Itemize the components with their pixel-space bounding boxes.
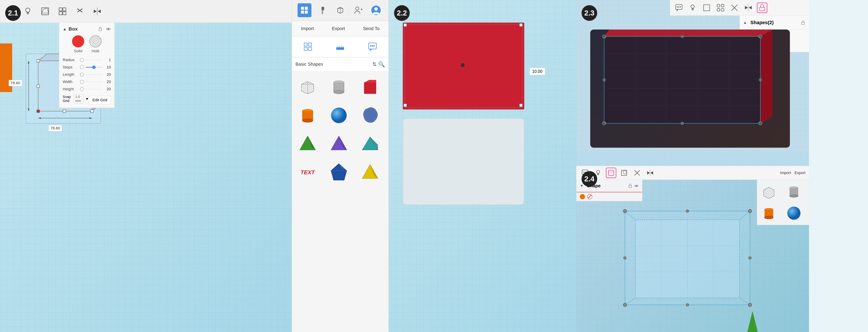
color-orange-24[interactable] <box>580 194 585 199</box>
export-btn[interactable]: Export <box>327 24 350 33</box>
hole-option[interactable]: Hole <box>89 35 101 53</box>
svg-point-178 <box>787 207 801 220</box>
align-icon-23[interactable] <box>729 3 740 13</box>
shape-blob-item[interactable] <box>356 101 384 129</box>
svg-rect-60 <box>309 47 312 50</box>
radius-value: 1 <box>104 58 111 62</box>
shape-teal-wedge-item[interactable] <box>356 130 384 158</box>
svg-marker-96 <box>331 164 347 180</box>
lightbulb-icon-21[interactable] <box>23 6 33 17</box>
edit-grid-btn[interactable]: Edit Grid <box>89 96 111 104</box>
group-icon-21[interactable] <box>57 6 68 17</box>
mini-sphere[interactable] <box>783 203 804 223</box>
panel-22-canvas: 2.2 10.00 <box>389 0 576 332</box>
svg-rect-103 <box>519 24 523 27</box>
avatar-icon[interactable] <box>369 3 383 17</box>
lock-icon-24 <box>628 184 632 188</box>
svg-rect-48 <box>322 10 323 14</box>
visibility-icon[interactable] <box>106 26 111 32</box>
svg-rect-158 <box>597 175 599 175</box>
snap-value[interactable]: 1.0 mm <box>73 94 84 103</box>
group-icon-24[interactable] <box>619 168 629 178</box>
mini-cyl-orange[interactable] <box>758 203 779 223</box>
shape-text-item[interactable]: TEXT <box>294 158 321 186</box>
panel24-actions: Import Export <box>780 171 806 175</box>
svg-rect-11 <box>63 8 66 11</box>
width-circle <box>80 80 84 84</box>
hammer-icon[interactable] <box>315 3 329 17</box>
lib-category-row: Basic Shapes ⇅ 🔍 <box>292 57 389 71</box>
panel24-toolbar: Import Export <box>576 166 809 180</box>
shape-sphere-item[interactable] <box>325 101 353 129</box>
props-icons <box>98 26 111 32</box>
height-label: Height <box>63 87 80 91</box>
hole-label: Hole <box>92 49 99 53</box>
svg-rect-123 <box>721 8 724 11</box>
length-label: Length <box>63 72 80 77</box>
height-circle <box>80 87 84 91</box>
shape-options: Solid Hole <box>63 35 111 53</box>
export-btn-24[interactable]: Export <box>795 171 806 175</box>
shape-icon-23[interactable] <box>701 3 712 13</box>
comment-sub-icon[interactable] <box>365 40 379 54</box>
lock-icon[interactable] <box>98 26 103 32</box>
lib-sub-toolbar <box>292 36 389 57</box>
mirror-icon-23[interactable] <box>743 3 753 13</box>
shape-cube-item[interactable] <box>294 73 321 101</box>
svg-point-20 <box>107 28 109 30</box>
svg-rect-81 <box>364 83 376 94</box>
box-3d-svg-24 <box>611 201 767 313</box>
ruler-sub-icon[interactable] <box>333 40 347 54</box>
steps-slider[interactable] <box>86 67 102 68</box>
shape-yellow-pyramid-item[interactable] <box>356 158 384 186</box>
radius-row: Radius 1 <box>63 58 111 62</box>
svg-marker-119 <box>704 5 710 11</box>
shape-gem-item[interactable] <box>325 158 353 186</box>
user-plus-icon[interactable] <box>351 3 365 17</box>
import-btn[interactable]: Import <box>296 24 319 33</box>
svg-rect-159 <box>609 170 614 176</box>
cylinder-icon <box>329 77 348 96</box>
import-btn-24[interactable]: Import <box>780 171 791 175</box>
mirror-icon-24[interactable] <box>645 168 655 178</box>
grid-view-icon[interactable] <box>298 3 311 17</box>
mini-cyl[interactable] <box>783 181 804 202</box>
grid-bottom-23 <box>576 152 809 166</box>
shape-purple-pyramid-item[interactable] <box>325 130 353 158</box>
dark-box-23 <box>590 30 790 148</box>
align-icon-24[interactable] <box>632 168 642 178</box>
group-icon-23[interactable] <box>715 3 726 13</box>
shape-orange-cyl-item[interactable] <box>294 101 321 129</box>
shape-cylinder-item[interactable] <box>325 73 353 101</box>
svg-marker-115 <box>676 9 678 11</box>
grid-sub-icon[interactable] <box>301 40 315 54</box>
mini-cube[interactable] <box>758 181 779 202</box>
svg-marker-127 <box>745 6 748 9</box>
svg-point-143 <box>758 35 762 38</box>
text-shape-label: TEXT <box>301 169 315 176</box>
gem-icon <box>329 163 348 182</box>
shape-icon-24-highlight[interactable] <box>606 168 616 178</box>
category-arrow[interactable]: ⇅ <box>372 61 376 67</box>
svg-marker-162 <box>623 170 627 174</box>
shapes-header-23: ▲ Shapes(2) <box>740 16 809 30</box>
shapes-icon-21[interactable] <box>40 6 50 17</box>
svg-rect-157 <box>597 174 599 174</box>
box-icon-lib[interactable] <box>333 3 347 17</box>
category-label[interactable]: Basic Shapes <box>296 61 371 67</box>
svg-point-186 <box>623 209 627 213</box>
shape-redbox-item[interactable] <box>356 73 384 101</box>
sendto-btn[interactable]: Send To <box>358 24 385 33</box>
color-red-24[interactable] <box>587 194 592 199</box>
shape-panel-icon-23[interactable] <box>757 3 767 13</box>
lightbulb-icon-23[interactable] <box>687 3 698 13</box>
shape-green-pyramid-item[interactable] <box>294 130 321 158</box>
comment-icon-23[interactable] <box>674 3 684 13</box>
align-icon-21[interactable] <box>75 6 85 17</box>
purple-pyramid-icon <box>329 134 348 153</box>
svg-marker-167 <box>650 171 653 175</box>
svg-rect-58 <box>309 43 312 46</box>
search-icon-lib[interactable]: 🔍 <box>378 61 385 68</box>
solid-option[interactable]: Solid <box>72 35 84 53</box>
mirror-icon-21[interactable] <box>92 6 102 17</box>
